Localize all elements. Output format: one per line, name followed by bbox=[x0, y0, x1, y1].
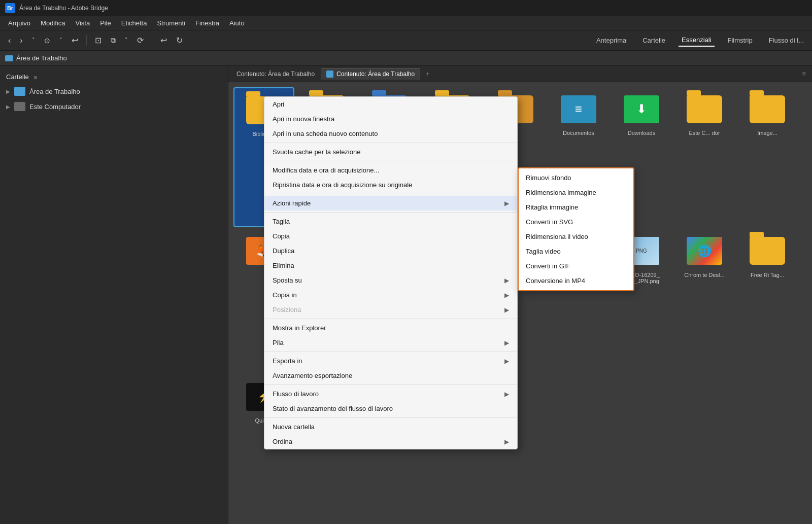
main-layout: Cartelle ≡ ▶ Área de Trabalho ▶ Este Com… bbox=[0, 66, 812, 524]
recent-dropdown-button[interactable]: ˅ bbox=[56, 35, 65, 46]
ctx-apri-nuova[interactable]: Apri in nuova finestra bbox=[264, 112, 517, 126]
sidebar-title: Cartelle bbox=[6, 73, 29, 81]
file-thumb: ⬇ bbox=[621, 91, 662, 127]
ctx-ordina[interactable]: Ordina ▶ bbox=[264, 434, 517, 449]
ctx-copia-in[interactable]: Copia in ▶ bbox=[264, 288, 517, 302]
cam-button[interactable]: ⊡ bbox=[92, 33, 105, 47]
ctx-posiziona: Posiziona ▶ bbox=[264, 302, 517, 317]
recent-button[interactable]: ⊙ bbox=[41, 34, 53, 47]
ctx-avanzamento[interactable]: Avanzamento esportazione bbox=[264, 368, 517, 383]
ctx-nuova-cartella[interactable]: Nuova cartella bbox=[264, 420, 517, 434]
nav-dropdown-button[interactable]: ˅ bbox=[29, 35, 38, 46]
sub-converti-gif[interactable]: Converti in GIF bbox=[519, 259, 633, 273]
submenu-azioni-rapide: Rimuovi sfondo Ridimensiona immagine Rit… bbox=[518, 167, 634, 291]
menu-modifica[interactable]: Modifica bbox=[37, 18, 69, 28]
ctx-ripristina[interactable]: Ripristina data e ora di acquisizione su… bbox=[264, 178, 517, 192]
ctx-sep-6 bbox=[264, 352, 517, 352]
toolbar: ‹ › ˅ ⊙ ˅ ↩ ⊡ ⧉ ˅ ⟳ ↩ ↻ Anteprima Cartel… bbox=[0, 30, 812, 51]
forward-button[interactable]: › bbox=[17, 34, 25, 47]
content-tab-dot bbox=[326, 71, 333, 78]
file-item-image[interactable]: Image... bbox=[737, 87, 798, 227]
ctx-apri[interactable]: Apri bbox=[264, 97, 517, 112]
file-label: Este C... dor bbox=[689, 130, 720, 136]
redo-button[interactable]: ↻ bbox=[173, 33, 186, 47]
ctx-svuota[interactable]: Svuota cache per la selezione bbox=[264, 145, 517, 159]
refresh-button[interactable]: ⟳ bbox=[134, 33, 147, 47]
menu-etichetta[interactable]: Etichetta bbox=[117, 18, 151, 28]
tab-filmstrip[interactable]: Filmstrip bbox=[725, 34, 756, 46]
file-thumb bbox=[747, 91, 788, 127]
content-tab-2-label: Contenuto: Área de Trabalho bbox=[336, 71, 415, 78]
submenu-arrow-icon-3: ▶ bbox=[504, 292, 509, 299]
sub-conversione-mp4[interactable]: Conversione in MP4 bbox=[519, 273, 633, 288]
file-label: Chrom te Desl... bbox=[684, 272, 724, 278]
file-label: Documentos bbox=[563, 130, 594, 136]
ctx-duplica[interactable]: Duplica bbox=[264, 243, 517, 258]
sub-taglia-video[interactable]: Taglia video bbox=[519, 244, 633, 259]
ctx-sep-7 bbox=[264, 385, 517, 385]
view-tabs: Anteprima Cartelle Essenziali Filmstrip … bbox=[593, 34, 807, 47]
breadcrumb-text: Área de Trabalho bbox=[16, 54, 67, 62]
submenu-arrow-icon-7: ▶ bbox=[504, 391, 509, 398]
ctx-pila[interactable]: Pila ▶ bbox=[264, 335, 517, 350]
menu-finestra[interactable]: Finestra bbox=[191, 18, 223, 28]
sidebar-item-este-computador[interactable]: ▶ Este Computador bbox=[0, 99, 228, 114]
submenu-arrow-icon: ▶ bbox=[504, 200, 509, 207]
ctx-azioni-rapide[interactable]: Azioni rapide ▶ bbox=[264, 196, 517, 211]
title-bar-text: Área de Trabalho - Adobe Bridge bbox=[19, 5, 108, 12]
ctx-mostra[interactable]: Mostra in Explorer bbox=[264, 321, 517, 335]
ctx-apri-scheda[interactable]: Apri in una scheda nuovo contenuto bbox=[264, 126, 517, 141]
chevron-right-icon: ▶ bbox=[6, 89, 10, 94]
content-tab-2[interactable]: Contenuto: Área de Trabalho bbox=[321, 68, 420, 80]
sub-ritaglia-immagine[interactable]: Ritaglia immagine bbox=[519, 200, 633, 215]
menu-vista[interactable]: Vista bbox=[72, 18, 94, 28]
sidebar-item-label-area: Área de Trabalho bbox=[29, 88, 80, 95]
submenu-arrow-icon-2: ▶ bbox=[504, 277, 509, 284]
tab-flusso[interactable]: Flusso di l... bbox=[766, 34, 807, 46]
folder-icon-grey bbox=[14, 102, 25, 111]
submenu-arrow-icon-5: ▶ bbox=[504, 339, 509, 346]
file-item-este-c[interactable]: Este C... dor bbox=[674, 87, 735, 227]
sub-rimuovi-sfondo[interactable]: Rimuovi sfondo bbox=[519, 170, 633, 185]
content-tab-1-label: Contenuto: Área de Trabalho bbox=[236, 71, 315, 78]
ctx-modifica-data[interactable]: Modifica data e ora di acquisizione... bbox=[264, 163, 517, 178]
back-button[interactable]: ‹ bbox=[5, 34, 14, 47]
menu-pile[interactable]: Pile bbox=[96, 18, 115, 28]
tab-cartelle[interactable]: Cartelle bbox=[639, 34, 668, 46]
sub-ridimensiona-video[interactable]: Ridimensiona il video bbox=[519, 229, 633, 244]
tab-menu-button[interactable]: ≡ bbox=[799, 68, 809, 80]
ctx-elimina[interactable]: Elimina bbox=[264, 258, 517, 273]
ctx-taglia[interactable]: Taglia bbox=[264, 214, 517, 229]
context-menu: Apri Apri in nuova finestra Apri in una … bbox=[264, 96, 518, 449]
file-item-free-ri[interactable]: Free Ri Tag... bbox=[737, 229, 798, 373]
ctx-esporta[interactable]: Esporta in ▶ bbox=[264, 354, 517, 368]
chevron-right-icon-2: ▶ bbox=[6, 104, 10, 110]
add-tab-button[interactable]: + bbox=[421, 68, 433, 80]
copy-button[interactable]: ⧉ bbox=[108, 34, 119, 47]
breadcrumb: Área de Trabalho bbox=[0, 51, 812, 66]
title-bar: Br Área de Trabalho - Adobe Bridge bbox=[0, 0, 812, 16]
ctx-copia[interactable]: Copia bbox=[264, 229, 517, 243]
undo-nav-button[interactable]: ↩ bbox=[69, 33, 81, 47]
sidebar-item-area-trabalho[interactable]: ▶ Área de Trabalho bbox=[0, 84, 228, 99]
tab-anteprima[interactable]: Anteprima bbox=[593, 34, 629, 46]
sub-converti-svg[interactable]: Converti in SVG bbox=[519, 215, 633, 229]
menu-aiuto[interactable]: Aiuto bbox=[225, 18, 249, 28]
ctx-sposta-su[interactable]: Sposta su ▶ bbox=[264, 273, 517, 288]
menu-strumenti[interactable]: Strumenti bbox=[153, 18, 189, 28]
ctx-stato[interactable]: Stato di avanzamento del flusso di lavor… bbox=[264, 401, 517, 416]
file-label: Free Ri Tag... bbox=[751, 272, 784, 278]
ctx-flusso[interactable]: Flusso di lavoro ▶ bbox=[264, 387, 517, 401]
sidebar-menu-icon[interactable]: ≡ bbox=[34, 74, 37, 80]
content-tab-1[interactable]: Contenuto: Área de Trabalho bbox=[231, 68, 320, 80]
ctx-sep-5 bbox=[264, 319, 517, 319]
undo-button[interactable]: ↩ bbox=[157, 33, 170, 47]
sub-ridimensiona-immagine[interactable]: Ridimensiona immagine bbox=[519, 185, 633, 200]
sidebar: Cartelle ≡ ▶ Área de Trabalho ▶ Este Com… bbox=[0, 66, 228, 524]
file-item-chrome[interactable]: 🌐 Chrom te Desl... bbox=[674, 229, 735, 373]
file-thumb: ≡ bbox=[558, 91, 599, 127]
menu-arquivo[interactable]: Arquivo bbox=[4, 18, 35, 28]
ctx-sep-8 bbox=[264, 417, 517, 418]
copy-dropdown-button[interactable]: ˅ bbox=[122, 35, 131, 46]
tab-essenziali[interactable]: Essenziali bbox=[679, 34, 715, 47]
